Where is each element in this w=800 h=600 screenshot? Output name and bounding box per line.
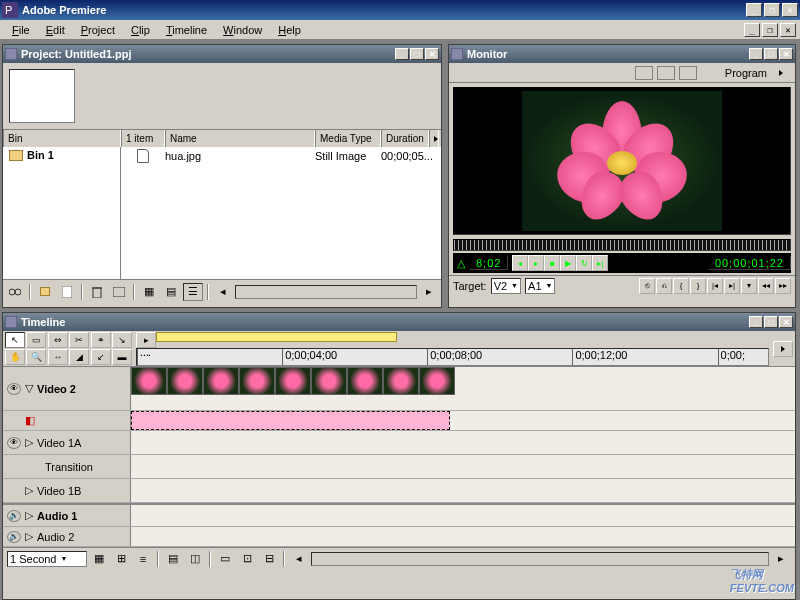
scroll-right-button[interactable]: ▸ (419, 283, 439, 301)
work-area-start-button[interactable]: ▸ (136, 332, 156, 348)
play-in-out-button[interactable]: ▸| (592, 255, 608, 271)
alpha-toggle[interactable]: ◧ (25, 414, 35, 427)
new-bin-button[interactable] (35, 283, 55, 301)
tl-btn-7[interactable]: ⊡ (237, 550, 257, 568)
menu-project[interactable]: Project (73, 22, 123, 38)
mdi-close-button[interactable]: ✕ (780, 23, 796, 37)
col-media-type[interactable]: Media Type (315, 130, 381, 147)
thumbnail-view-button[interactable]: ▤ (161, 283, 181, 301)
next-edit-button[interactable]: ▸| (724, 278, 740, 294)
file-list[interactable]: hua.jpg Still Image 00;00;05... (121, 147, 441, 279)
program-menu-button[interactable] (771, 64, 791, 82)
menu-clip[interactable]: Clip (123, 22, 158, 38)
visibility-toggle[interactable]: 👁 (7, 383, 21, 395)
tl-btn-5[interactable]: ◫ (185, 550, 205, 568)
range-select-tool[interactable]: ▭ (26, 332, 46, 348)
track-video1b[interactable]: ▷Video 1B (3, 479, 795, 503)
stop-button[interactable]: ■ (544, 255, 560, 271)
file-row[interactable]: hua.jpg Still Image 00;00;05... (121, 147, 441, 165)
tl-btn-6[interactable]: ▭ (215, 550, 235, 568)
project-titlebar[interactable]: Project: Untitled1.ppj _ □ ✕ (3, 45, 441, 63)
col-duration[interactable]: Duration (381, 130, 429, 147)
alpha-clip[interactable] (131, 411, 450, 430)
find-button[interactable] (5, 283, 25, 301)
monitor-minimize-button[interactable]: _ (749, 48, 763, 60)
menu-help[interactable]: Help (270, 22, 309, 38)
menu-window[interactable]: Window (215, 22, 270, 38)
minimize-button[interactable]: _ (746, 3, 762, 17)
goto-next-marker-button[interactable]: ▸▸ (775, 278, 791, 294)
zoom-dropdown[interactable]: 1 Second▼ (7, 551, 87, 567)
track-video2[interactable]: 👁 ▽ Video 2 (3, 367, 795, 411)
track-audio1[interactable]: 🔊 ▷ Audio 1 (3, 503, 795, 527)
audio-toggle[interactable]: 🔊 (7, 531, 21, 543)
visibility-toggle[interactable]: 👁 (7, 437, 21, 449)
tl-btn-1[interactable]: ▦ (89, 550, 109, 568)
project-minimize-button[interactable]: _ (395, 48, 409, 60)
col-name[interactable]: Name (165, 130, 315, 147)
frame-back-button[interactable]: ◂ (512, 255, 528, 271)
video-clip[interactable] (131, 367, 450, 410)
maximize-button[interactable]: ❐ (764, 3, 780, 17)
delete-button[interactable] (87, 283, 107, 301)
tl-scroll-left-button[interactable]: ◂ (289, 550, 309, 568)
monitor-layout-trim-button[interactable] (679, 66, 697, 80)
project-scrollbar[interactable] (235, 285, 417, 299)
bin-row[interactable]: Bin 1 (3, 147, 120, 163)
lift-button[interactable]: ⎋ (639, 278, 655, 294)
monitor-maximize-button[interactable]: □ (764, 48, 778, 60)
target-video-dropdown[interactable]: V2▼ (491, 278, 521, 294)
mdi-maximize-button[interactable]: ❐ (762, 23, 778, 37)
track-audio2[interactable]: 🔊 ▷ Audio 2 (3, 527, 795, 547)
tl-btn-2[interactable]: ⊞ (111, 550, 131, 568)
timeline-close-button[interactable]: ✕ (779, 316, 793, 328)
mdi-minimize-button[interactable]: _ (744, 23, 760, 37)
loop-button[interactable]: ↻ (576, 255, 592, 271)
razor-tool[interactable]: ✂ (69, 332, 89, 348)
add-marker-button[interactable]: ▾ (741, 278, 757, 294)
in-point-tool[interactable]: ↘ (112, 332, 132, 348)
frame-fwd-button[interactable]: ▸ (528, 255, 544, 271)
track-video2-alpha[interactable]: ◧ (3, 411, 795, 431)
project-maximize-button[interactable]: □ (410, 48, 424, 60)
col-bin[interactable]: Bin (3, 130, 121, 147)
hand-tool[interactable]: ✋ (5, 349, 25, 365)
list-view-button[interactable]: ☰ (183, 283, 203, 301)
zoom-tool[interactable]: 🔍 (26, 349, 46, 365)
mark-in-button[interactable]: { (673, 278, 689, 294)
extract-button[interactable]: ⎌ (656, 278, 672, 294)
rolling-edit-tool[interactable]: ⇔ (48, 332, 68, 348)
audio-toggle[interactable]: 🔊 (7, 510, 21, 522)
tl-btn-8[interactable]: ⊟ (259, 550, 279, 568)
link-tool[interactable]: ⚭ (91, 332, 111, 348)
work-area-bar[interactable] (156, 332, 397, 342)
tl-scroll-right-button[interactable]: ▸ (771, 550, 791, 568)
bin-list[interactable]: Bin 1 (3, 147, 121, 279)
menu-edit[interactable]: Edit (38, 22, 73, 38)
time-ruler[interactable]: ᠁ 0;00;04;00 0;00;08;00 0;00;12;00 0;00; (136, 348, 769, 366)
timeline-maximize-button[interactable]: □ (764, 316, 778, 328)
track-select-tool[interactable]: ▬ (112, 349, 132, 365)
track-video1a[interactable]: 👁 ▷ Video 1A (3, 431, 795, 455)
mark-out-button[interactable]: } (690, 278, 706, 294)
project-close-button[interactable]: ✕ (425, 48, 439, 60)
selection-tool[interactable]: ↖ (5, 332, 25, 348)
target-audio-dropdown[interactable]: A1▼ (525, 278, 555, 294)
track-transition[interactable]: Transition (3, 455, 795, 479)
timeline-menu-button[interactable] (773, 341, 793, 357)
monitor-view[interactable] (453, 87, 791, 235)
monitor-close-button[interactable]: ✕ (779, 48, 793, 60)
col-expand-button[interactable] (429, 130, 439, 147)
goto-prev-marker-button[interactable]: ◂◂ (758, 278, 774, 294)
scroll-left-button[interactable]: ◂ (213, 283, 233, 301)
menu-timeline[interactable]: Timeline (158, 22, 215, 38)
timeline-minimize-button[interactable]: _ (749, 316, 763, 328)
play-button[interactable]: ▶ (560, 255, 576, 271)
tl-btn-4[interactable]: ▤ (163, 550, 183, 568)
timeline-titlebar[interactable]: Timeline _ □ ✕ (3, 313, 795, 331)
prev-edit-button[interactable]: |◂ (707, 278, 723, 294)
timeline-scrollbar[interactable] (311, 552, 769, 566)
fade-tool[interactable]: ◢ (69, 349, 89, 365)
rate-stretch-tool[interactable]: ↔ (48, 349, 68, 365)
tl-btn-3[interactable]: ≡ (133, 550, 153, 568)
